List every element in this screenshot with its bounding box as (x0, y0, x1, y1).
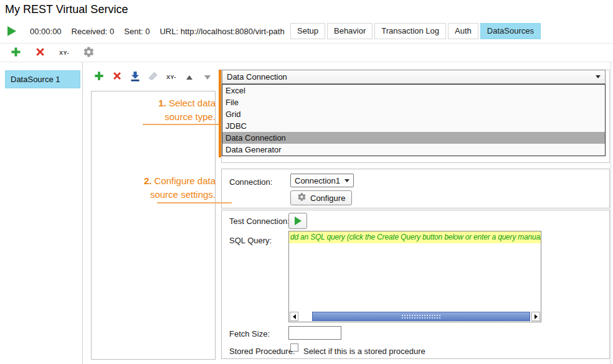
gear-icon (83, 46, 95, 60)
tabs: SetupBehaviorTransaction LogAuthDataSour… (290, 23, 541, 39)
type-option-grid[interactable]: Grid (222, 108, 605, 120)
panel-right-edge (611, 62, 611, 364)
add-datasource-button[interactable] (9, 46, 22, 60)
tab-transaction-log[interactable]: Transaction Log (374, 23, 446, 39)
stored-procedure-label: Stored Procedure: (229, 347, 295, 356)
type-option-data-generator[interactable]: Data Generator (222, 144, 605, 156)
annotation-number: 2. (144, 175, 152, 186)
annotation-text: Configure data (154, 175, 216, 186)
sent-count: Sent: 0 (124, 27, 150, 36)
plus-icon (10, 46, 22, 60)
rename-icon: XY- (59, 50, 69, 56)
connection-panel: Connection: Connection1 Configure (221, 169, 610, 208)
scroll-left-button[interactable] (290, 312, 298, 321)
delete-x-icon (35, 47, 45, 60)
horizontal-scrollbar[interactable] (290, 312, 540, 321)
received-count: Received: 0 (72, 27, 115, 36)
divider (0, 43, 613, 44)
chevron-down-icon (596, 75, 601, 78)
delete-datasource-button[interactable] (33, 46, 47, 60)
timer-value: 00:00:00 (30, 27, 62, 36)
type-option-jdbc[interactable]: JDBC (222, 120, 605, 132)
import-properties-button[interactable] (128, 70, 142, 84)
chevron-up-icon (186, 75, 192, 80)
datasource-type-select[interactable]: Data Connection (222, 70, 606, 84)
delete-x-icon (112, 71, 122, 83)
virtual-service-window: My REST Virtual Service 00:00:00 Receive… (0, 0, 613, 364)
test-connection-label: Test Connection: (229, 217, 290, 226)
import-arrow-icon (130, 71, 140, 84)
scrollbar-thumb[interactable] (312, 312, 530, 321)
type-options: ExcelFileGridJDBCData ConnectionData Gen… (222, 84, 606, 156)
run-toolbar: 00:00:00 Received: 0 Sent: 0 URL: http:/… (7, 22, 295, 40)
selected-type-value: Data Connection (227, 72, 596, 82)
configure-button[interactable]: Configure (290, 190, 352, 205)
grip-dots-icon (401, 314, 441, 319)
query-panel: Test Connection: SQL Query: dd an SQL qu… (221, 210, 610, 359)
settings-button[interactable] (82, 46, 95, 60)
property-toolbar: XY- (92, 70, 214, 84)
play-icon (7, 26, 16, 36)
sidebar-item-datasource-1[interactable]: DataSource 1 (5, 70, 80, 88)
test-connection-button[interactable] (288, 213, 307, 229)
annotation-number: 1. (158, 98, 166, 108)
connection-select[interactable]: Connection1 (290, 174, 354, 187)
clear-properties-button[interactable] (146, 70, 160, 84)
property-list[interactable] (91, 91, 216, 360)
rename-property-button[interactable]: XY- (164, 70, 178, 84)
tab-datasources[interactable]: DataSources (480, 23, 541, 39)
scroll-right-button[interactable] (531, 312, 540, 321)
datasource-toolbar: XY- (9, 46, 95, 60)
annotation-text: source settings. (93, 188, 216, 202)
connection-label: Connection: (229, 177, 272, 187)
service-url: URL: http://localhost:8080/virt-path (159, 27, 284, 36)
connection-value: Connection1 (295, 176, 345, 185)
rename-datasource-button[interactable]: XY- (57, 46, 71, 60)
type-option-file[interactable]: File (222, 96, 605, 108)
annotation-highlight-bar (219, 70, 221, 157)
fetch-size-input[interactable] (288, 326, 341, 340)
sql-query-hint: dd an SQL query (click the Create Query … (289, 231, 541, 243)
type-option-data-connection[interactable]: Data Connection (222, 132, 605, 144)
arrow-right-icon (535, 314, 538, 319)
fetch-size-label: Fetch Size: (229, 329, 270, 338)
delete-property-button[interactable] (110, 70, 124, 84)
annotation-text: source type. (93, 110, 216, 124)
annotation-step-1: 1. Select data source type. (93, 96, 216, 124)
tab-auth[interactable]: Auth (448, 23, 478, 39)
tab-setup[interactable]: Setup (290, 23, 325, 39)
stored-procedure-text: Select if this is a stored procedure (303, 347, 425, 356)
type-option-excel[interactable]: Excel (222, 85, 605, 96)
plus-icon (93, 70, 105, 84)
gear-icon (297, 192, 306, 203)
arrow-left-icon (293, 314, 296, 319)
sql-query-editor[interactable]: dd an SQL query (click the Create Query … (288, 231, 541, 322)
start-service-button[interactable] (7, 26, 16, 36)
move-down-button[interactable] (201, 70, 214, 84)
configure-label: Configure (310, 194, 345, 203)
rename-icon: XY- (166, 74, 176, 80)
chevron-down-icon (345, 179, 349, 182)
annotation-text: Select data (169, 98, 216, 108)
annotation-step-2: 2. Configure data source settings. (93, 174, 216, 202)
play-icon (295, 217, 302, 225)
tab-behavior[interactable]: Behavior (327, 23, 373, 39)
annotation-underline (157, 202, 232, 203)
annotation-underline (143, 124, 219, 125)
chevron-down-icon (204, 75, 211, 80)
move-up-button[interactable] (183, 70, 196, 84)
sql-query-label: SQL Query: (229, 236, 272, 245)
page-title: My REST Virtual Service (5, 3, 128, 16)
datasource-list-panel: DataSource 1 (0, 62, 83, 364)
divider (0, 62, 613, 62)
stored-procedure-checkbox[interactable] (290, 343, 298, 352)
eraser-icon (148, 70, 159, 84)
add-property-button[interactable] (92, 70, 106, 84)
